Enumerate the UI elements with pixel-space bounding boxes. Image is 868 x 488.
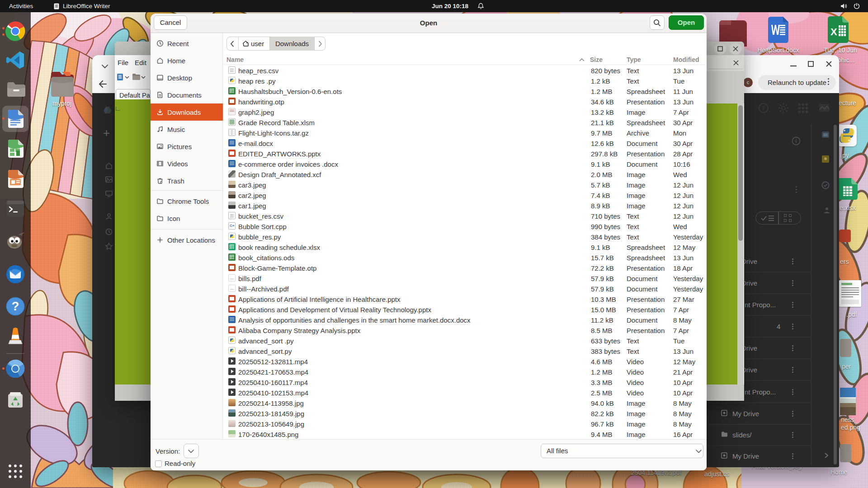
svg-text:?: ? [762, 105, 765, 112]
svg-text:?: ? [12, 300, 19, 313]
svg-text:X: X [830, 26, 837, 38]
